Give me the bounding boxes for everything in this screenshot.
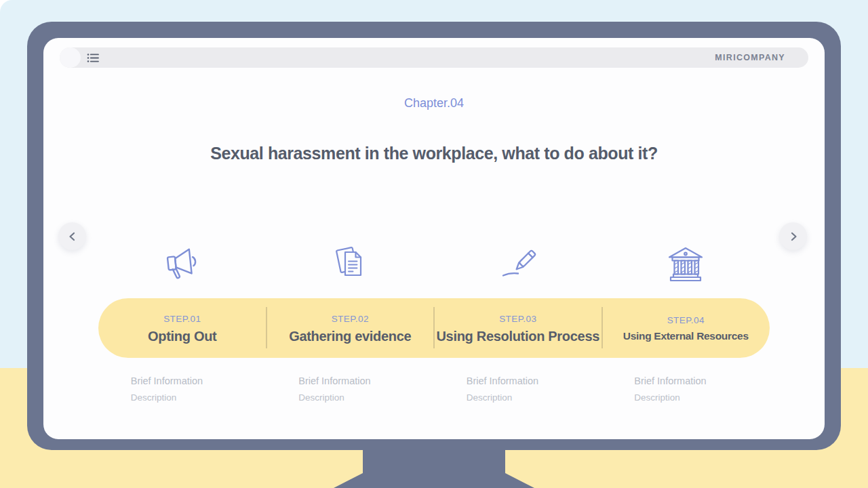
step-info-3: Brief Information Description <box>434 375 602 403</box>
brief-information: Brief Information <box>131 375 234 386</box>
brand-logo: MIRICOMPANY <box>715 53 785 62</box>
step-title: Opting Out <box>148 329 216 344</box>
step-info-row: Brief Information Description Brief Info… <box>98 375 770 403</box>
step-info-2: Brief Information Description <box>267 375 435 403</box>
chevron-left-icon <box>66 230 79 243</box>
step-item-1[interactable]: STEP.01 Opting Out <box>98 298 267 358</box>
step-label: STEP.03 <box>499 314 536 324</box>
page-title: Sexual harassment in the workplace, what… <box>43 144 825 163</box>
next-slide-button[interactable] <box>779 222 807 250</box>
step-item-4[interactable]: STEP.04 Using External Resources <box>602 298 770 358</box>
description: Description <box>634 392 737 403</box>
step-title: Using Resolution Process <box>436 329 599 344</box>
step-title: Using External Resources <box>623 330 749 342</box>
prev-slide-button[interactable] <box>58 222 86 250</box>
step-title: Gathering evidence <box>289 329 411 344</box>
brief-information: Brief Information <box>467 375 570 386</box>
description: Description <box>467 392 570 403</box>
megaphone-icon <box>98 240 267 283</box>
brief-information: Brief Information <box>634 375 737 386</box>
step-label: STEP.01 <box>163 314 201 324</box>
chapter-label: Chapter.04 <box>43 96 825 110</box>
brief-information: Brief Information <box>298 375 401 386</box>
step-info-1: Brief Information Description <box>98 375 267 403</box>
top-bar: MIRICOMPANY <box>60 47 808 68</box>
step-label: STEP.04 <box>667 315 705 325</box>
step-label: STEP.02 <box>332 314 369 324</box>
step-item-2[interactable]: STEP.02 Gathering evidence <box>267 298 435 358</box>
steps-banner: STEP.01 Opting Out STEP.02 Gathering evi… <box>98 298 770 358</box>
monitor-screen: MIRICOMPANY Chapter.04 Sexual harassment… <box>43 38 825 439</box>
bank-icon <box>602 240 770 283</box>
step-item-3[interactable]: STEP.03 Using Resolution Process <box>434 298 602 358</box>
description: Description <box>131 392 234 403</box>
pencil-icon <box>434 240 602 283</box>
documents-icon <box>267 240 435 283</box>
menu-list-icon[interactable] <box>85 52 101 64</box>
chevron-right-icon <box>787 230 800 243</box>
step-icons-row <box>98 240 770 283</box>
description: Description <box>298 392 401 403</box>
step-info-4: Brief Information Description <box>602 375 770 403</box>
